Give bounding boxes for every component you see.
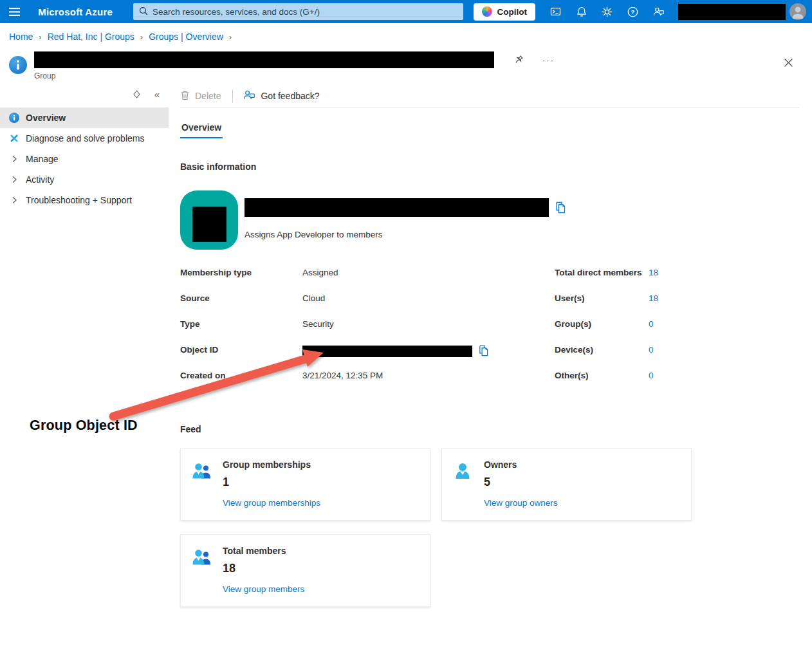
feedback-label: Got feedback? [261, 91, 319, 101]
card-count: 1 [223, 476, 320, 489]
overview-info-icon [8, 113, 20, 123]
stat-value-link[interactable]: 0 [649, 318, 799, 329]
basic-information-heading: Basic information [180, 162, 799, 172]
view-group-members-link[interactable]: View group members [223, 584, 304, 594]
pin-icon[interactable] [513, 55, 524, 66]
sidebar-item-troubleshooting[interactable]: Troubleshooting + Support [0, 190, 169, 210]
delete-button[interactable]: Delete [180, 90, 221, 102]
breadcrumb-separator: › [140, 32, 143, 42]
field-value: Cloud [302, 292, 555, 303]
group-info-icon [9, 56, 27, 74]
global-search[interactable] [133, 3, 463, 20]
brand-title[interactable]: Microsoft Azure [38, 6, 113, 17]
reorder-diamond-icon[interactable] [133, 89, 141, 99]
sidebar-item-label: Overview [26, 113, 66, 123]
owners-card: Owners 5 View group owners [441, 448, 692, 521]
stat-label: Total direct members [555, 266, 649, 277]
field-label: Source [180, 292, 302, 303]
help-icon[interactable]: ? [620, 0, 646, 23]
view-group-memberships-link[interactable]: View group memberships [223, 498, 320, 508]
sidebar-item-label: Manage [26, 154, 59, 164]
field-label: Type [180, 318, 302, 329]
toolbar-divider [232, 89, 233, 102]
total-members-card: Total members 18 View group members [180, 534, 430, 607]
people-icon [191, 548, 212, 568]
breadcrumb-home[interactable]: Home [9, 32, 33, 42]
stat-label: User(s) [555, 292, 649, 303]
tab-overview[interactable]: Overview [180, 122, 223, 138]
breadcrumb-groups[interactable]: Red Hat, Inc | Groups [48, 32, 134, 42]
feed-cards: Group memberships 1 View group membershi… [180, 448, 799, 607]
diagnose-tools-icon [8, 133, 20, 143]
search-input[interactable] [152, 7, 457, 17]
breadcrumb: Home › Red Hat, Inc | Groups › Groups | … [0, 23, 812, 48]
card-count: 18 [223, 562, 304, 575]
group-description: Assigns App Developer to members [245, 230, 566, 239]
stat-label: Other(s) [555, 369, 649, 380]
breadcrumb-separator: › [229, 32, 232, 42]
notifications-bell-icon[interactable] [569, 0, 595, 23]
delete-label: Delete [195, 91, 221, 101]
breadcrumb-groups-overview[interactable]: Groups | Overview [149, 32, 223, 42]
search-icon [139, 6, 148, 17]
stat-value-link[interactable]: 0 [649, 344, 799, 355]
copy-name-icon[interactable] [555, 201, 566, 214]
sidebar-item-manage[interactable]: Manage [0, 149, 169, 169]
created-on-value: 3/21/2024, 12:35 PM [302, 369, 555, 380]
field-value: Assigned [302, 266, 555, 277]
cloud-shell-icon[interactable] [543, 0, 569, 23]
settings-gear-icon[interactable] [595, 0, 620, 23]
group-name-redacted [34, 51, 494, 68]
trash-icon [180, 90, 190, 102]
sidebar-item-diagnose[interactable]: Diagnose and solve problems [0, 128, 169, 149]
stat-label: Group(s) [555, 318, 649, 329]
sidebar-item-overview[interactable]: Overview [0, 107, 169, 128]
stat-value-link[interactable]: 18 [649, 266, 799, 277]
copilot-button[interactable]: Copilot [474, 3, 535, 21]
field-label: Created on [180, 369, 302, 380]
chevron-right-icon [8, 155, 20, 163]
hamburger-menu-icon[interactable] [0, 0, 29, 23]
chevron-right-icon [8, 176, 20, 183]
card-title: Total members [223, 546, 304, 556]
page-header: ··· Group [0, 51, 812, 80]
got-feedback-button[interactable]: Got feedback? [243, 89, 319, 102]
copy-object-id-icon[interactable] [478, 345, 489, 357]
stat-value-link[interactable]: 18 [649, 292, 799, 303]
more-actions-icon[interactable]: ··· [542, 55, 555, 65]
field-label: Membership type [180, 266, 302, 277]
resource-type-label: Group [34, 71, 555, 80]
people-icon [191, 461, 212, 482]
feedback-icon[interactable] [646, 0, 672, 23]
stat-label: Device(s) [555, 344, 649, 355]
view-group-owners-link[interactable]: View group owners [484, 498, 558, 508]
user-avatar[interactable] [789, 3, 806, 20]
person-icon [452, 461, 473, 482]
card-title: Owners [484, 459, 558, 470]
chevron-right-icon [8, 196, 20, 204]
annotation-group-object-id: Group Object ID [30, 418, 138, 434]
object-id-redacted [302, 346, 472, 357]
group-avatar [180, 190, 238, 250]
field-value: Security [302, 318, 555, 329]
sidebar-item-activity[interactable]: Activity [0, 169, 169, 190]
close-icon[interactable] [781, 55, 795, 69]
stat-value-link[interactable]: 0 [649, 369, 799, 380]
sidebar-item-label: Troubleshooting + Support [26, 195, 132, 205]
command-bar: Delete Got feedback? [180, 86, 799, 106]
feed-heading: Feed [180, 424, 799, 434]
card-count: 5 [484, 476, 558, 489]
group-profile: Assigns App Developer to members [180, 190, 799, 250]
collapse-sidebar-icon[interactable]: « [154, 89, 160, 100]
account-info-redacted [678, 4, 786, 20]
azure-top-bar: Microsoft Azure Copilot ? [0, 0, 812, 23]
main-content: Delete Got feedback? Overview Basic info… [169, 86, 812, 607]
sidebar-item-label: Activity [26, 174, 54, 185]
svg-text:?: ? [631, 8, 635, 15]
copilot-label: Copilot [497, 7, 527, 17]
card-title: Group memberships [223, 459, 320, 470]
group-properties: Membership type Assigned Total direct me… [180, 266, 799, 395]
breadcrumb-separator: › [39, 32, 41, 42]
group-memberships-card: Group memberships 1 View group membershi… [180, 448, 430, 521]
copilot-icon [482, 6, 492, 17]
